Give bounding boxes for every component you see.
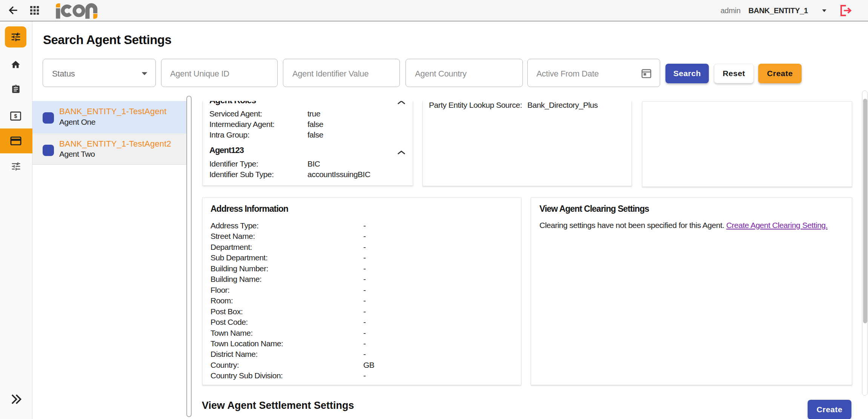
svg-text:$: $ xyxy=(14,113,17,119)
